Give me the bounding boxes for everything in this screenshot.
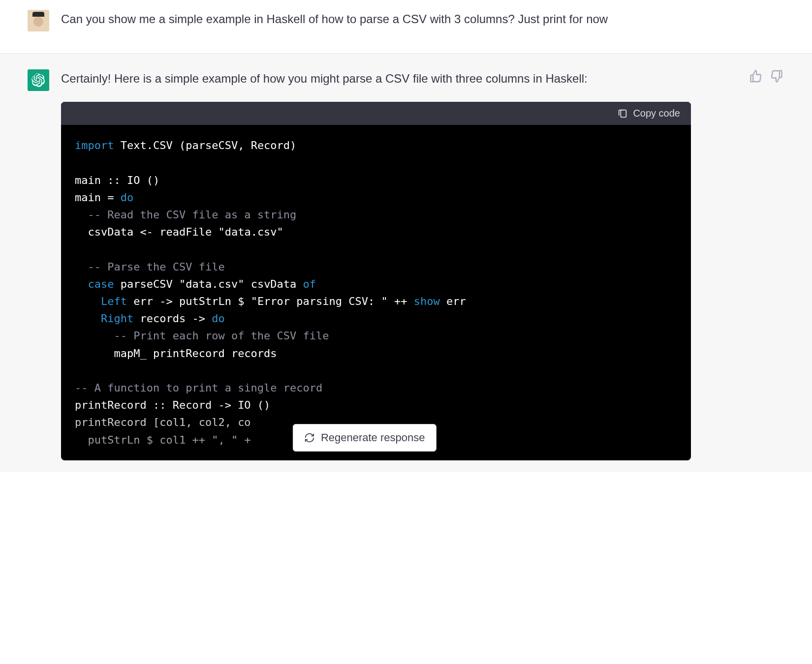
- thumbs-down-button[interactable]: [770, 69, 783, 83]
- regenerate-button[interactable]: Regenerate response: [293, 424, 437, 452]
- feedback-buttons: [749, 69, 783, 83]
- code-content: import Text.CSV (parseCSV, Record) main …: [61, 125, 691, 460]
- thumbs-down-icon: [770, 69, 783, 83]
- user-message-row: Can you show me a simple example in Hask…: [0, 0, 812, 54]
- regenerate-label: Regenerate response: [321, 431, 425, 444]
- code-block: Copy code import Text.CSV (parseCSV, Rec…: [61, 102, 691, 460]
- copy-code-label: Copy code: [633, 108, 680, 119]
- svg-rect-0: [621, 110, 626, 118]
- clipboard-icon: [617, 108, 628, 119]
- copy-code-button[interactable]: Copy code: [617, 108, 680, 119]
- user-avatar: [28, 10, 49, 31]
- assistant-avatar: [28, 69, 49, 91]
- assistant-message-row: Certainly! Here is a simple example of h…: [0, 54, 812, 472]
- user-message-text: Can you show me a simple example in Hask…: [61, 10, 701, 31]
- thumbs-up-icon: [749, 69, 763, 83]
- thumbs-up-button[interactable]: [749, 69, 763, 83]
- openai-logo-icon: [31, 73, 45, 87]
- refresh-icon: [304, 432, 315, 443]
- code-block-header: Copy code: [61, 102, 691, 125]
- assistant-message-text: Certainly! Here is a simple example of h…: [61, 69, 691, 88]
